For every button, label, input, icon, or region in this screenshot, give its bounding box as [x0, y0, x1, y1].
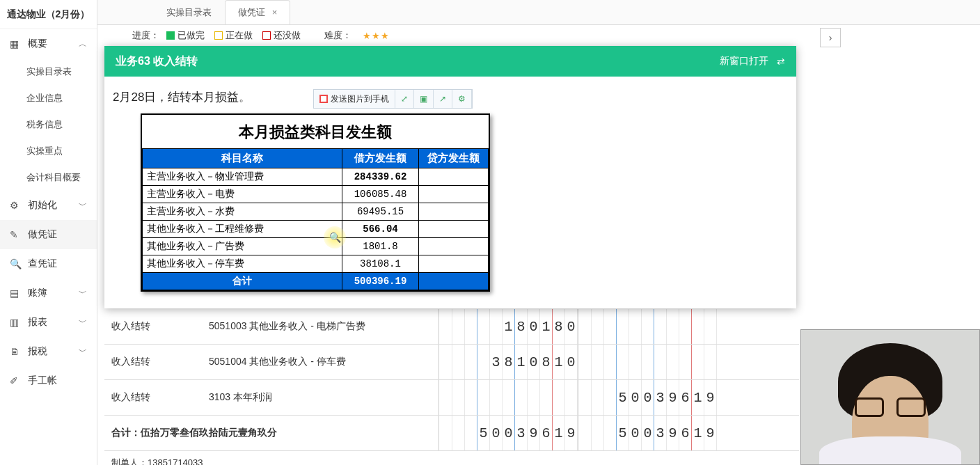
magnifier-cursor: 🔍: [324, 226, 346, 249]
table-row: 其他业务收入－广告费1801.8: [143, 238, 489, 255]
open-new-window[interactable]: 新窗口打开: [720, 55, 768, 68]
menu-label: 概要: [28, 38, 47, 50]
progress-label: 进度：: [132, 29, 159, 42]
capture-icon: [319, 95, 328, 103]
close-icon[interactable]: ×: [272, 7, 278, 17]
credit-total: 50039619: [578, 416, 717, 450]
swatch-yellow: [214, 31, 223, 40]
modal-body: 2月28日，结转本月损益。 本月损益类科目发生额 科目名称 借方发生额 贷方发生…: [104, 77, 796, 308]
menu-report[interactable]: ▥ 报表 ﹀: [0, 308, 97, 337]
chevron-down-icon: ﹀: [79, 287, 87, 299]
submenu-accounts[interactable]: 会计科目概要: [0, 164, 97, 191]
search-icon: 🔍: [10, 258, 22, 269]
chevron-down-icon: ﹀: [79, 200, 87, 212]
tab-label: 做凭证: [238, 7, 265, 17]
th-debit: 借方发生额: [342, 149, 419, 168]
expand-icon[interactable]: ⤢: [395, 90, 414, 108]
menu-label: 查凭证: [28, 258, 57, 270]
debit-cells[interactable]: [438, 380, 578, 415]
maker-line: 制单人：13851714033: [104, 451, 799, 465]
table-total-row: 合计500396.19: [143, 273, 489, 290]
send-to-phone[interactable]: 发送图片到手机: [314, 90, 395, 108]
progress-bar: 进度： 已做完 正在做 还没做 难度： ★★★: [97, 25, 980, 46]
submenu-catalog[interactable]: 实操目录表: [0, 58, 97, 85]
screenshot-toolbar: 发送图片到手机 ⤢ ▣ ↗ ⚙: [313, 89, 473, 109]
voucher-row[interactable]: 收入结转 5051003 其他业务收入 - 电梯广告费 180180: [104, 309, 799, 345]
tab-bar: 实操目录表 做凭证 ×: [97, 0, 980, 25]
table-row: 其他业务收入－停车费38108.1: [143, 255, 489, 273]
legend-todo: 还没做: [262, 29, 301, 42]
table-title: 本月损益类科目发生额: [142, 115, 489, 148]
table-row: 其他业务收入－工程维修费566.04: [143, 221, 489, 238]
sidebar-title: 通达物业（2月份）: [0, 0, 97, 29]
submenu-focus[interactable]: 实操重点: [0, 138, 97, 164]
debit-cells[interactable]: 180180: [438, 309, 578, 344]
legend-done: 已做完: [166, 29, 205, 42]
save-icon[interactable]: ▣: [414, 90, 434, 108]
avatar-glasses: [852, 397, 928, 418]
menu-label: 账簿: [28, 287, 47, 299]
book-icon: ▤: [10, 287, 22, 299]
instructor-video[interactable]: [800, 329, 980, 465]
file-icon: 🗎: [10, 346, 22, 357]
task-modal: 业务63 收入结转 新窗口打开 ⇄ 2月28日，结转本月损益。 本月损益类科目发…: [104, 46, 796, 308]
modal-title: 业务63 收入结转: [116, 54, 198, 69]
chevron-up-icon: ︿: [79, 38, 87, 50]
voucher-grid: 收入结转 5051003 其他业务收入 - 电梯广告费 180180 收入结转 …: [104, 309, 799, 465]
submenu-company[interactable]: 企业信息: [0, 85, 97, 111]
credit-cells[interactable]: 50039619: [578, 380, 717, 415]
legend-doing: 正在做: [214, 29, 253, 42]
credit-cells[interactable]: [578, 345, 717, 379]
difficulty-stars: ★★★: [363, 31, 390, 41]
debit-total: 50039619: [438, 416, 578, 450]
th-subject: 科目名称: [143, 149, 342, 168]
menu-search-voucher[interactable]: 🔍 查凭证: [0, 249, 97, 278]
tab-catalog[interactable]: 实操目录表: [153, 0, 225, 24]
debit-cells[interactable]: 3810810: [438, 345, 578, 379]
swatch-green: [166, 31, 175, 40]
avatar-shirt: [819, 436, 962, 465]
export-icon[interactable]: ↗: [434, 90, 452, 108]
pen-icon: ✐: [10, 375, 22, 386]
difficulty-label: 难度：: [324, 29, 351, 42]
menu-overview[interactable]: ▦ 概要 ︿: [0, 29, 97, 58]
menu-label: 做凭证: [28, 228, 57, 241]
submenu-tax[interactable]: 税务信息: [0, 111, 97, 138]
menu-label: 手工帐: [28, 375, 57, 387]
modal-header: 业务63 收入结转 新窗口打开 ⇄: [104, 46, 796, 77]
table-row: 主营业务收入－水费69495.15: [143, 203, 489, 221]
chevron-down-icon: ﹀: [79, 317, 87, 329]
grid-icon: ▦: [10, 38, 22, 49]
table-row: 主营业务收入－物业管理费284339.62: [143, 168, 489, 186]
voucher-total-row: 合计：伍拾万零叁佰玖拾陆元壹角玖分 5003961950039619: [104, 416, 799, 451]
menu-init[interactable]: ⚙ 初始化 ﹀: [0, 191, 97, 220]
pencil-icon: ✎: [10, 229, 22, 240]
balance-table-card: 本月损益类科目发生额 科目名称 借方发生额 贷方发生额 主营业务收入－物业管理费…: [141, 113, 490, 292]
menu-manual[interactable]: ✐ 手工帐: [0, 366, 97, 395]
menu-label: 报表: [28, 316, 47, 329]
table-row: 主营业务收入－电费106085.48: [143, 186, 489, 203]
tab-voucher[interactable]: 做凭证 ×: [225, 0, 290, 24]
tab-label: 实操目录表: [166, 7, 212, 17]
balance-table: 科目名称 借方发生额 贷方发生额 主营业务收入－物业管理费284339.62 主…: [142, 148, 489, 290]
settings-icon[interactable]: ⚙: [452, 90, 472, 108]
menu-make-voucher[interactable]: ✎ 做凭证: [0, 220, 97, 249]
swatch-red: [262, 31, 271, 40]
menu-label: 初始化: [28, 199, 57, 212]
credit-cells[interactable]: [578, 309, 717, 344]
voucher-row[interactable]: 收入结转 3103 本年利润 50039619: [104, 380, 799, 416]
sidebar: 通达物业（2月份） ▦ 概要 ︿ 实操目录表 企业信息 税务信息 实操重点 会计…: [0, 0, 97, 465]
next-button[interactable]: ›: [820, 28, 841, 47]
menu-ledger[interactable]: ▤ 账簿 ﹀: [0, 278, 97, 308]
gear-icon: ⚙: [10, 200, 22, 211]
menu-label: 报税: [28, 345, 47, 358]
report-icon: ▥: [10, 317, 22, 328]
th-credit: 贷方发生额: [419, 149, 489, 168]
swap-icon[interactable]: ⇄: [777, 56, 785, 67]
voucher-row[interactable]: 收入结转 5051004 其他业务收入 - 停车费 3810810: [104, 345, 799, 380]
chevron-down-icon: ﹀: [79, 346, 87, 358]
menu-taxfile[interactable]: 🗎 报税 ﹀: [0, 337, 97, 366]
